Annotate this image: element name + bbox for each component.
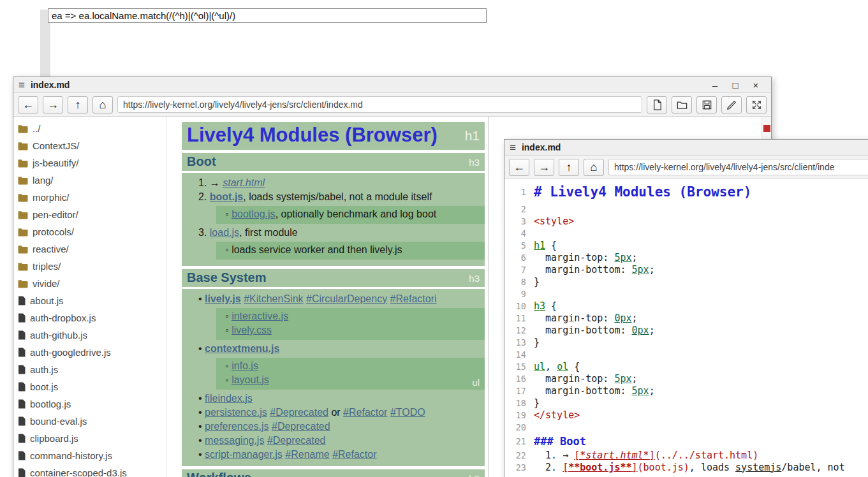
link[interactable]: *start.html* bbox=[580, 450, 649, 461]
new-file-button[interactable] bbox=[647, 96, 667, 114]
list-item: • contextmenu.js bbox=[182, 342, 485, 356]
code-text: } bbox=[534, 337, 540, 348]
code-text: <style> bbox=[534, 216, 574, 227]
home-button[interactable]: ⌂ bbox=[92, 96, 113, 114]
link[interactable]: lively.css bbox=[232, 325, 272, 335]
link[interactable]: #Refactori bbox=[390, 293, 437, 304]
highlighted-h3-workflows: Workflows h3 bbox=[182, 469, 485, 477]
link[interactable]: messaging.js bbox=[205, 435, 264, 446]
file-list-item[interactable]: morphic/ bbox=[13, 189, 166, 206]
up-button[interactable]: ↑ bbox=[68, 96, 88, 114]
edit-button[interactable] bbox=[721, 96, 742, 114]
link[interactable]: #Refactor bbox=[343, 407, 387, 418]
file-list-item[interactable]: js-beautify/ bbox=[13, 154, 166, 172]
link[interactable]: interactive.js bbox=[232, 311, 288, 321]
window-menu-icon[interactable]: ≡ bbox=[510, 142, 516, 153]
file-list-item[interactable]: auth-dropbox.js bbox=[13, 309, 166, 327]
window-menu-icon[interactable]: ≡ bbox=[18, 80, 25, 91]
link[interactable]: fileindex.js bbox=[205, 393, 253, 404]
link[interactable]: ] bbox=[649, 450, 655, 461]
file-list-item[interactable]: vivide/ bbox=[13, 275, 166, 292]
file-browser-sidebar: ../ ContextJS/ js-beautify/ l bbox=[13, 117, 166, 477]
file-list-item[interactable]: reactive/ bbox=[13, 240, 166, 258]
link[interactable]: #Deprecated bbox=[272, 421, 330, 432]
file-list-item[interactable]: pen-editor/ bbox=[13, 206, 166, 223]
fullscreen-button[interactable] bbox=[746, 96, 767, 114]
home-button[interactable]: ⌂ bbox=[584, 159, 604, 176]
list-item: 3. load.js, first module bbox=[182, 226, 485, 240]
file-list-item[interactable]: auth-github.js bbox=[13, 327, 166, 344]
text-segment: or bbox=[328, 407, 343, 418]
file-list-item[interactable]: auth-googledrive.js bbox=[13, 344, 166, 361]
link[interactable]: #KitchenSink bbox=[244, 293, 303, 304]
forward-button[interactable]: → bbox=[43, 96, 63, 114]
file-list-item[interactable]: ../ bbox=[13, 120, 166, 137]
markdown-pane[interactable]: Lively4 Modules (Browser) h1 Boot h3 1. … bbox=[166, 117, 489, 477]
link[interactable]: #TODO bbox=[390, 407, 425, 418]
file-name: auth-dropbox.js bbox=[30, 312, 96, 323]
file-list-item[interactable]: container-scoped-d3.js bbox=[13, 464, 166, 477]
window-titlebar[interactable]: ≡ index.md bbox=[504, 140, 868, 156]
save-button[interactable] bbox=[696, 96, 717, 114]
file-list-item[interactable]: bound-eval.js bbox=[13, 413, 166, 430]
link[interactable]: load.js bbox=[210, 227, 239, 238]
link[interactable]: [ bbox=[563, 462, 568, 473]
maximize-button[interactable]: □ bbox=[730, 80, 740, 91]
link[interactable]: **boot.js** bbox=[568, 462, 631, 473]
file-list-item[interactable]: auth.js bbox=[13, 361, 166, 378]
link[interactable]: boot.js bbox=[210, 191, 243, 202]
link[interactable]: preferences.js bbox=[205, 421, 269, 432]
line-number: 17 bbox=[504, 386, 534, 396]
folder-icon bbox=[18, 210, 28, 219]
link[interactable]: bootlog.js bbox=[232, 209, 276, 219]
text-segment: margin-bottom: bbox=[534, 325, 632, 336]
file-list-item[interactable]: lang/ bbox=[13, 172, 166, 189]
link[interactable]: lively.js bbox=[205, 293, 241, 304]
link[interactable]: info.js bbox=[232, 360, 258, 371]
link[interactable]: [ bbox=[574, 450, 580, 461]
link[interactable]: ] bbox=[632, 462, 638, 473]
file-list-item[interactable]: boot.js bbox=[13, 378, 166, 395]
file-list-item[interactable]: bootlog.js bbox=[13, 395, 166, 413]
link[interactable]: contextmenu.js bbox=[205, 343, 279, 354]
code-line: 14 bbox=[504, 348, 868, 360]
window-titlebar[interactable]: ≡ index.md – □ × bbox=[13, 77, 771, 93]
line-number: 15 bbox=[504, 362, 534, 372]
text-segment: • bbox=[198, 393, 205, 404]
open-folder-button[interactable] bbox=[672, 96, 692, 114]
element-filter-input[interactable] bbox=[48, 8, 487, 23]
file-list-item[interactable]: ContextJS/ bbox=[13, 137, 166, 154]
fullscreen-icon bbox=[751, 99, 763, 111]
file-list-item[interactable]: about.js bbox=[13, 292, 166, 309]
minimize-button[interactable]: – bbox=[710, 80, 720, 91]
back-button[interactable]: ← bbox=[509, 159, 529, 176]
link[interactable]: start.html bbox=[223, 177, 265, 188]
link[interactable]: #Rename bbox=[285, 449, 329, 460]
file-list-item[interactable]: triples/ bbox=[13, 258, 166, 275]
link[interactable]: #CircularDepency bbox=[306, 293, 387, 304]
url-input[interactable] bbox=[117, 96, 642, 113]
text-segment: 1. bbox=[198, 177, 210, 188]
link[interactable]: #Refactor bbox=[332, 449, 376, 460]
forward-button[interactable]: → bbox=[534, 159, 554, 176]
code-editor[interactable]: 1 # Lively4 Modules (Browser) 2 3 <style… bbox=[504, 179, 868, 477]
text-segment: • bbox=[198, 449, 205, 460]
link[interactable]: layout.js bbox=[232, 374, 269, 385]
line-number: 7 bbox=[504, 265, 534, 275]
file-list-item[interactable]: command-history.js bbox=[13, 447, 166, 464]
up-button[interactable]: ↑ bbox=[559, 159, 579, 176]
link[interactable]: #Deprecated bbox=[267, 435, 326, 446]
text-segment: <style> bbox=[534, 216, 574, 227]
back-button[interactable]: ← bbox=[18, 96, 38, 114]
close-button[interactable]: × bbox=[751, 80, 761, 91]
back-icon: ← bbox=[22, 98, 34, 112]
text-segment: ◦ bbox=[225, 360, 232, 371]
file-list-item[interactable]: protocols/ bbox=[13, 223, 166, 240]
file-icon bbox=[18, 451, 26, 460]
code-line: 11 margin-top: 0px; bbox=[504, 312, 868, 324]
url-input[interactable] bbox=[608, 159, 868, 175]
link[interactable]: persistence.js bbox=[205, 407, 267, 418]
link[interactable]: #Deprecated bbox=[270, 407, 328, 418]
link[interactable]: script-manager.js bbox=[205, 449, 283, 460]
file-list-item[interactable]: clipboard.js bbox=[13, 430, 166, 447]
